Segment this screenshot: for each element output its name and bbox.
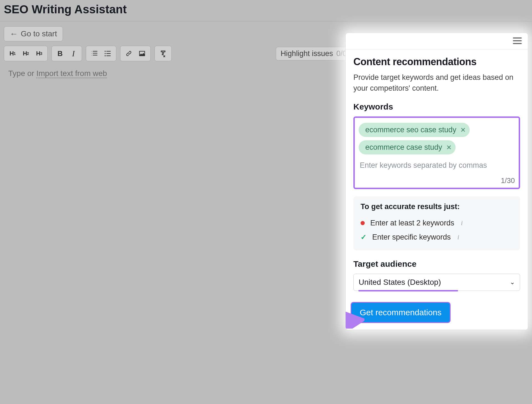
keyword-chip: ecommerce case study ✕ [359,140,456,154]
highlight-underline [358,290,458,291]
info-icon[interactable]: i [461,219,463,227]
clear-format-button[interactable] [156,47,170,60]
keyword-chip: ecommerce seo case study ✕ [359,123,470,137]
keyword-chip-label: ecommerce seo case study [365,126,456,134]
target-audience-value: United States (Desktop) [359,278,441,287]
info-icon[interactable]: i [458,233,459,241]
unordered-list-button[interactable] [101,47,114,60]
check-icon: ✓ [361,233,367,242]
target-audience-label: Target audience [353,259,520,269]
h2-button[interactable]: H2 [19,47,32,60]
keyword-chip-label: ecommerce case study [365,143,442,152]
h1-button[interactable]: H1 [6,47,19,60]
go-to-start-button[interactable]: ← Go to start [4,26,63,41]
tips-title: To get accurate results just: [361,202,513,211]
import-text-link[interactable]: Import text from web [36,69,107,78]
italic-button[interactable]: I [67,47,80,60]
target-audience-select[interactable]: United States (Desktop) ⌄ [353,274,520,291]
chevron-down-icon: ⌄ [510,279,515,286]
tip-text: Enter specific keywords [372,233,451,242]
svg-point-2 [105,55,106,56]
panel-description: Provide target keywords and get ideas ba… [353,72,520,94]
style-group: B I [52,46,82,61]
keywords-box: ecommerce seo case study ✕ ecommerce cas… [353,116,520,189]
svg-point-1 [105,53,106,54]
tip-row: Enter at least 2 keywords i [361,216,513,230]
svg-point-0 [105,51,106,52]
editor-type-prefix: Type or [8,69,36,78]
image-button[interactable] [135,47,149,60]
panel-title: Content recommendations [353,56,520,68]
panel-menu-button[interactable] [513,37,522,45]
keywords-label: Keywords [353,102,520,111]
page-title: SEO Writing Assistant [0,0,532,21]
recommendations-panel: Content recommendations Provide target k… [345,33,528,330]
status-dot-red-icon [361,221,365,225]
tips-box: To get accurate results just: Enter at l… [353,196,520,250]
link-button[interactable] [122,47,135,60]
list-group [86,46,116,61]
bold-button[interactable]: B [53,47,67,60]
tip-row: ✓ Enter specific keywords i [361,230,513,244]
ordered-list-button[interactable] [88,47,101,60]
remove-chip-icon[interactable]: ✕ [459,126,467,134]
h3-button[interactable]: H3 [32,47,46,60]
get-recommendations-button[interactable]: Get recommendations [351,302,451,323]
tip-text: Enter at least 2 keywords [370,219,454,227]
remove-chip-icon[interactable]: ✕ [445,144,453,151]
highlight-issues-label: Highlight issues [281,49,333,58]
heading-group: H1 H2 H3 [4,46,48,61]
arrow-left-icon: ← [10,30,18,38]
insert-group [120,46,151,61]
go-to-start-label: Go to start [21,29,57,38]
keywords-counter: 1/30 [359,171,515,185]
keywords-input[interactable] [359,159,515,171]
clear-group [155,46,172,61]
